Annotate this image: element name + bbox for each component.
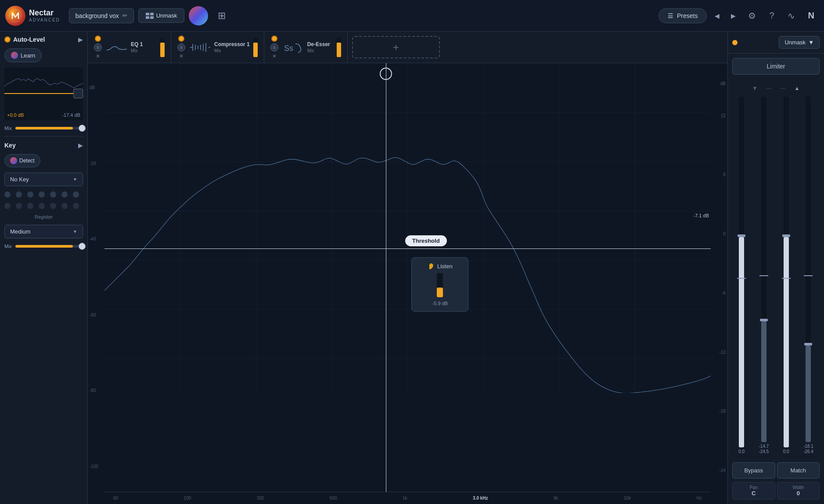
- unmask-top-label: Unmask: [156, 12, 177, 19]
- pan-label: Pan: [735, 485, 772, 490]
- note-dot[interactable]: [16, 203, 22, 209]
- fader-section: ▼ — — ▲ 0.0: [728, 79, 824, 459]
- note-dot[interactable]: [61, 191, 68, 198]
- medium-dropdown[interactable]: Medium ▼: [4, 225, 83, 238]
- auto-level-power[interactable]: [4, 36, 11, 43]
- fader-col-3: 0.0: [783, 97, 789, 454]
- note-dot[interactable]: [4, 191, 11, 198]
- note-dot[interactable]: [39, 203, 45, 209]
- no-key-dropdown[interactable]: No Key ▼: [4, 173, 83, 186]
- limiter-button[interactable]: Limiter: [732, 58, 820, 75]
- help-icon[interactable]: ?: [765, 8, 778, 23]
- bypass-match-row: Bypass Match: [728, 459, 824, 482]
- fader-val-1: 0.0: [738, 449, 745, 454]
- top-bar: Nectar ADVANCED background vox ✏ Unmask …: [0, 0, 824, 32]
- preset-name-button[interactable]: background vox ✏: [69, 8, 134, 23]
- deesser-power[interactable]: [271, 36, 277, 42]
- spectrum-area: dB -20 -40 -60 -80 -100 dB 12 6 0: [88, 63, 727, 504]
- threshold-vertical-line: [386, 63, 386, 492]
- freq-3khz: 3.0 kHz: [473, 496, 488, 500]
- deesser-s-btn[interactable]: S: [270, 43, 278, 51]
- threshold-label[interactable]: Threshold: [405, 235, 447, 246]
- eq1-s-btn[interactable]: S: [94, 43, 102, 51]
- note-dot[interactable]: [27, 191, 33, 198]
- bypass-button[interactable]: Bypass: [732, 462, 775, 479]
- eq1-fader[interactable]: [160, 38, 165, 57]
- presets-label: Presets: [677, 12, 698, 19]
- db-labels-left: dB -20 -40 -60 -80 -100: [88, 63, 104, 491]
- register-label: Register: [4, 214, 83, 220]
- key-play[interactable]: ▶: [78, 142, 83, 149]
- mix-slider-bottom[interactable]: [15, 245, 83, 248]
- fader-track-1[interactable]: [739, 97, 744, 447]
- comp1-close[interactable]: ✕: [178, 53, 184, 59]
- deesser-close[interactable]: ✕: [271, 53, 277, 59]
- match-button[interactable]: Match: [777, 462, 820, 479]
- listen-mini-fader[interactable]: [437, 273, 443, 297]
- svg-point-0: [9, 10, 22, 22]
- pan-width-row: Pan C Width 0: [728, 482, 824, 504]
- deesser-fader[interactable]: [337, 38, 341, 57]
- deesser-module[interactable]: S ✕ Ss De-Esser Mix: [264, 32, 348, 63]
- main-content: Auto-Level ▶ Learn +0.0 dB -17.4 dB Mix: [0, 32, 824, 504]
- threshold-handle[interactable]: [380, 68, 392, 80]
- note-dot[interactable]: [39, 191, 45, 198]
- unmask-top-button[interactable]: Unmask: [138, 8, 185, 23]
- note-dot[interactable]: [73, 203, 79, 209]
- comp1-icon: [189, 40, 211, 55]
- svg-text:Ss: Ss: [284, 44, 293, 53]
- fader-down-arrow[interactable]: ▼: [752, 85, 758, 91]
- comp1-fader[interactable]: [253, 38, 258, 57]
- note-dot[interactable]: [50, 191, 56, 198]
- ear-icon: 👂: [428, 263, 435, 270]
- detect-ai-icon: [10, 157, 17, 164]
- fader-val-3: 0.0: [783, 449, 789, 454]
- ni-icon[interactable]: N: [804, 8, 819, 23]
- fader-track-3[interactable]: [784, 97, 789, 447]
- pan-control[interactable]: Pan C: [732, 482, 775, 500]
- ai-circle-button[interactable]: [189, 6, 208, 25]
- detect-button[interactable]: Detect: [4, 154, 40, 167]
- fader-up-arrow[interactable]: ▲: [795, 85, 800, 91]
- right-panel: Unmask ▼ Limiter ▼ — — ▲: [727, 32, 824, 504]
- midi-icon[interactable]: ∿: [783, 8, 799, 24]
- note-dot[interactable]: [16, 191, 22, 198]
- comp1-s-btn[interactable]: S: [177, 43, 185, 51]
- settings-icon[interactable]: ⚙: [744, 8, 760, 24]
- note-dot[interactable]: [73, 191, 79, 198]
- comp1-name: Compressor 1: [214, 41, 250, 47]
- listen-row[interactable]: 👂 Listen: [428, 263, 453, 270]
- width-control[interactable]: Width 0: [777, 482, 820, 500]
- next-preset-button[interactable]: ▶: [727, 11, 739, 21]
- right-top: Unmask ▼: [728, 32, 824, 54]
- mix-slider-top[interactable]: [15, 127, 83, 130]
- eq1-close[interactable]: ✕: [95, 53, 101, 59]
- width-value: 0: [780, 490, 817, 497]
- add-module-button[interactable]: +: [352, 36, 440, 58]
- comp1-power[interactable]: [178, 36, 184, 42]
- app-sub: ADVANCED: [29, 18, 60, 22]
- note-dot[interactable]: [61, 203, 68, 209]
- unmask-dropdown[interactable]: Unmask ▼: [779, 36, 820, 49]
- prev-preset-button[interactable]: ◀: [711, 11, 723, 21]
- note-dot[interactable]: [4, 203, 11, 209]
- fader-track-2[interactable]: [761, 97, 766, 442]
- deesser-info: De-Esser Mix: [307, 41, 333, 53]
- note-dot[interactable]: [50, 203, 56, 209]
- presets-button[interactable]: ☰ Presets: [658, 8, 707, 23]
- unmask-power-dot[interactable]: [732, 40, 738, 45]
- level-positive: +0.0 dB: [7, 112, 24, 118]
- faders-row: 0.0 -14.7 -24.5: [732, 97, 820, 454]
- key-header: Key ▶: [4, 142, 83, 149]
- left-panel: Auto-Level ▶ Learn +0.0 dB -17.4 dB Mix: [0, 32, 88, 504]
- eq1-power[interactable]: [95, 36, 101, 42]
- eq1-module[interactable]: S ✕ EQ 1 Mix: [88, 32, 171, 63]
- grid-button[interactable]: ⊞: [212, 7, 231, 24]
- comp1-module[interactable]: S ✕ Compressor 1: [171, 32, 264, 63]
- presets-icon: ☰: [668, 12, 673, 19]
- fader-track-4[interactable]: [806, 97, 811, 442]
- note-dot[interactable]: [27, 203, 33, 209]
- level-thumb[interactable]: [73, 89, 83, 98]
- auto-level-play[interactable]: ▶: [78, 36, 83, 43]
- learn-button[interactable]: Learn: [4, 48, 42, 62]
